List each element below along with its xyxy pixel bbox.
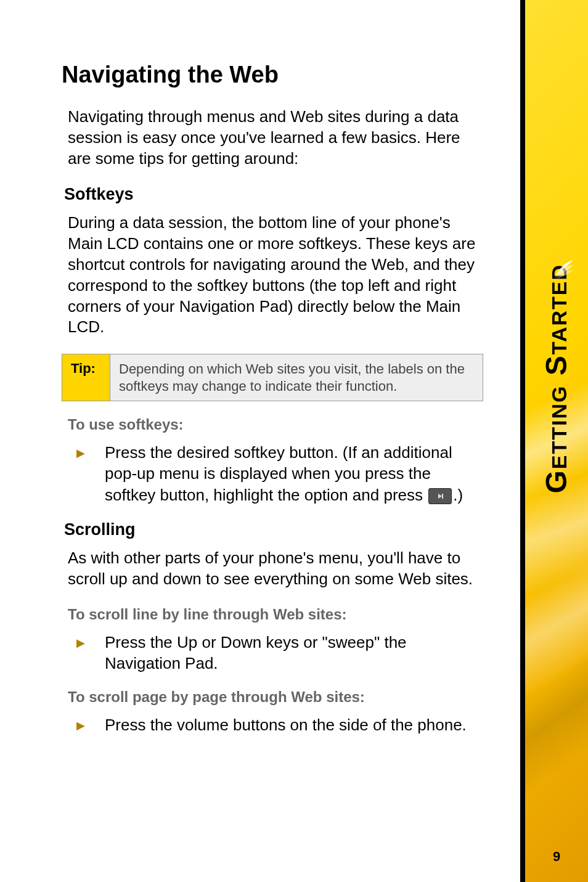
list-item-text-pre: Press the desired softkey button. (If an… [105,443,452,504]
list-item-text: Press the volume buttons on the side of … [105,716,467,734]
scrolling-body: As with other parts of your phone's menu… [68,548,483,590]
tip-text: Depending on which Web sites you visit, … [110,354,483,401]
sprint-fan-icon [553,259,574,280]
intro-paragraph: Navigating through menus and Web sites d… [68,107,483,169]
use-softkeys-lead: To use softkeys: [68,416,483,433]
bullet-arrow-icon: ▶ [76,636,85,651]
tip-callout: Tip: Depending on which Web sites you vi… [62,354,483,401]
list-item: ▶ Press the desired softkey button. (If … [74,442,483,505]
scrolling-heading: Scrolling [64,520,483,539]
page-title: Navigating the Web [62,62,483,88]
bullet-arrow-icon: ▶ [76,446,85,461]
list-item: ▶ Press the volume buttons on the side o… [74,714,483,735]
line-scroll-lead: To scroll line by line through Web sites… [68,606,483,623]
list-item: ▶ Press the Up or Down keys or "sweep" t… [74,632,483,674]
page-number: 9 [525,849,588,865]
list-item-text-post: .) [453,486,463,504]
list-item-text: Press the Up or Down keys or "sweep" the… [105,633,407,672]
softkeys-body: During a data session, the bottom line o… [68,213,483,338]
bullet-arrow-icon: ▶ [76,719,85,733]
tip-label: Tip: [62,354,110,401]
page-content: Navigating the Web Navigating through me… [0,0,520,882]
manual-page: Navigating the Web Navigating through me… [0,0,588,882]
play-pause-key-icon [428,488,452,504]
use-softkeys-list: ▶ Press the desired softkey button. (If … [74,442,483,505]
page-scroll-lead: To scroll page by page through Web sites… [68,688,483,706]
section-label: Getting Started [540,263,574,493]
softkeys-heading: Softkeys [64,185,483,204]
section-side-tab: Getting Started 9 [520,0,588,882]
line-scroll-list: ▶ Press the Up or Down keys or "sweep" t… [74,632,483,674]
page-scroll-list: ▶ Press the volume buttons on the side o… [74,714,483,735]
